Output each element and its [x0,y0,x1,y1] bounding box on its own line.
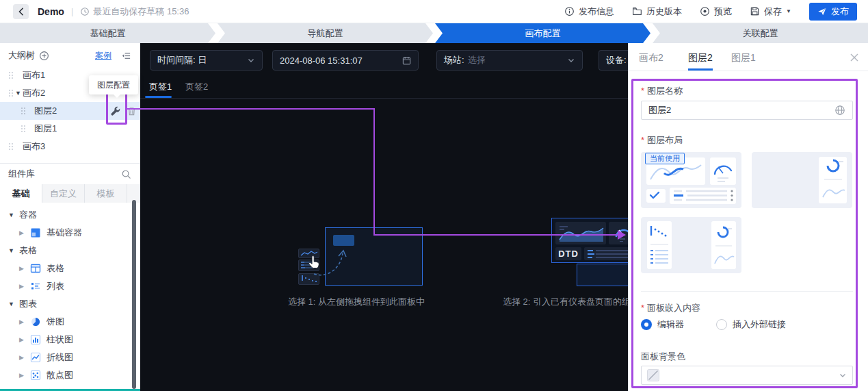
wrench-icon[interactable] [110,105,121,116]
drag-handle-icon[interactable] [21,125,26,133]
step-canvas-config[interactable]: 画布配置 [435,23,650,43]
back-button[interactable] [13,4,29,19]
station-placeholder: 选择 [468,54,486,66]
collapse-outline-button[interactable] [121,51,131,61]
divider: | [71,6,73,16]
drop-target-panel[interactable] [325,227,423,286]
chevron-down-icon [247,56,255,64]
panel-tab-canvas2[interactable]: 画布2 [639,52,663,64]
time-interval-select[interactable]: 时间间隔: 日 [150,50,263,71]
publish-info-button[interactable]: 发布信息 [564,5,614,18]
dropped-widget-placeholder [333,235,354,246]
tab-template[interactable]: 模板 [85,184,127,203]
tree-row-canvas3[interactable]: 画布3 [0,138,140,155]
step-relation-config[interactable]: 关联配置 [653,23,868,43]
library-list: ▼ 容器 ▶ 基础容器 ▼ 表格 ▶ [0,203,140,391]
history-button[interactable]: 历史版本 [632,5,682,18]
tree-row-label: 画布1 [23,69,45,81]
drag-handle-icon[interactable] [8,142,14,151]
import-target-panel[interactable] [577,264,628,286]
search-button[interactable] [121,169,131,179]
item-line-chart[interactable]: ▶ 折线图 [0,349,140,366]
embed-content-label: *面板嵌入内容 [641,302,700,314]
layout-option-3[interactable] [641,217,741,273]
caret-expanded-icon[interactable]: ▼ [15,90,21,97]
item-label: 列表 [47,280,64,292]
tree-row-layer1[interactable]: 图层1 [0,120,140,138]
tab-basic[interactable]: 基础 [0,184,42,203]
step-label: 基础配置 [90,27,126,40]
group-label: 表格 [19,244,37,257]
radio-external-link[interactable]: 插入外部链接 [716,318,786,331]
item-pie-chart[interactable]: ▶ 饼图 [0,313,140,331]
layout-option-2[interactable] [752,152,852,208]
item-label: 折线图 [47,351,73,364]
datetime-picker[interactable]: 2024-08-06 15:31:07 [272,50,419,71]
step-label: 导航配置 [308,27,343,40]
drag-handle-icon[interactable] [8,89,14,97]
close-icon [849,52,860,63]
step-basic-config[interactable]: 基础配置 [0,23,215,43]
example-link[interactable]: 案例 [95,50,111,62]
tree-row-layer2[interactable]: 图层2 [0,102,140,120]
required-mark: * [641,135,644,145]
station-select[interactable]: 场站: 选择 [436,50,583,71]
tree-row-label: 图层2 [34,105,57,117]
layer-name-input[interactable] [648,105,834,116]
outline-title: 大纲树 [8,49,35,62]
hand-cursor-icon [307,255,321,271]
step-nav-config[interactable]: 导航配置 [218,23,433,43]
table-icon [30,263,41,274]
library-tabs: 基础 自定义 模板 [0,184,140,203]
item-basic-container[interactable]: ▶ 基础容器 [0,224,140,242]
radio-editor[interactable]: 编辑器 [641,318,684,331]
item-bar-chart[interactable]: ▶ 柱状图 [0,331,140,349]
bg-color-select[interactable] [641,366,853,385]
calendar-icon [402,56,411,65]
arrow-left-icon [16,7,26,16]
thumb-progress-card [584,247,628,260]
trash-icon[interactable] [127,106,137,116]
thumb-line-chart-card [555,222,606,244]
group-table[interactable]: ▼ 表格 [0,242,140,260]
caret-expanded-icon: ▼ [8,247,14,254]
clock-icon [80,7,90,16]
item-scatter-chart[interactable]: ▶ 散点图 [0,366,140,384]
page-tab-1[interactable]: 页签1 [149,81,172,93]
preview-button[interactable]: 预览 [700,5,732,18]
history-label: 历史版本 [646,5,682,18]
canvas-area: 时间间隔: 日 2024-08-06 15:31:07 场站: 选择 设备: 选… [140,43,628,391]
tree-row-label: 画布2 [23,87,45,99]
device-select[interactable]: 设备: 选 [599,50,628,71]
item-table[interactable]: ▶ 表格 [0,260,140,277]
page-tab-2[interactable]: 页签2 [185,81,208,93]
group-container[interactable]: ▼ 容器 [0,206,140,224]
layer-layout-label: *图层布局 [641,134,683,147]
publish-button[interactable]: 发布 [809,3,857,21]
config-steps: 基础配置 导航配置 画布配置 关联配置 [0,23,868,43]
step-label: 关联配置 [743,27,778,40]
collapse-panel-icon [121,51,131,61]
add-canvas-button[interactable] [39,51,49,61]
item-list[interactable]: ▶ 列表 [0,277,140,295]
chevron-down-icon [567,56,575,64]
layer-name-field[interactable] [641,101,853,120]
drag-handle-icon[interactable] [8,71,14,79]
drag-handle-icon[interactable] [21,107,26,115]
close-panel-button[interactable] [849,52,860,63]
group-chart[interactable]: ▼ 图表 [0,295,140,313]
panel-tab-layer1[interactable]: 图层1 [731,52,756,64]
save-icon [750,6,760,16]
globe-icon[interactable] [834,105,845,116]
panel-tab-layer2[interactable]: 图层2 [688,52,713,64]
scatter-chart-icon [30,370,41,381]
radio-unselected-icon[interactable] [716,319,727,330]
sidebar-scrollbar[interactable] [132,200,136,389]
tab-custom[interactable]: 自定义 [42,184,85,203]
radio-selected-icon[interactable] [641,319,652,330]
publish-info-label: 发布信息 [579,5,614,18]
topbar: Demo | 最近自动保存草稿 15:36 发布信息 历史版本 预览 保存 ▼ [0,0,868,23]
component-library: 组件库 基础 自定义 模板 ▼ 容器 ▶ [0,163,140,391]
save-button[interactable]: 保存 ▼ [750,5,791,18]
caret-collapsed-icon: ▶ [19,354,24,361]
